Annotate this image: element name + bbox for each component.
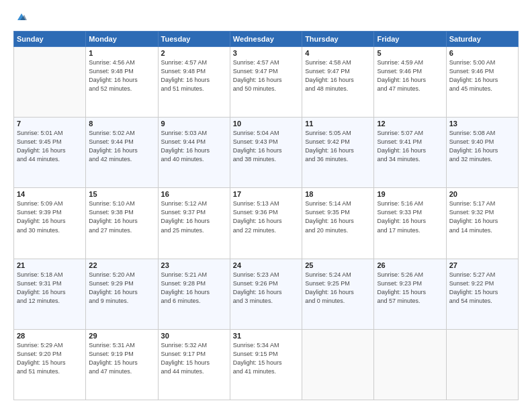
day-number: 18 (305, 190, 371, 198)
day-info: Sunrise: 5:03 AM Sunset: 9:44 PM Dayligh… (161, 129, 227, 164)
day-info: Sunrise: 5:07 AM Sunset: 9:41 PM Dayligh… (377, 129, 443, 164)
day-number: 16 (161, 190, 227, 198)
day-info: Sunrise: 5:24 AM Sunset: 9:25 PM Dayligh… (305, 271, 371, 306)
calendar-week-row: 1Sunrise: 4:56 AM Sunset: 9:48 PM Daylig… (14, 47, 519, 118)
calendar-cell: 31Sunrise: 5:34 AM Sunset: 9:15 PM Dayli… (230, 329, 302, 400)
day-number: 11 (305, 120, 371, 128)
calendar-cell (374, 329, 446, 400)
page: SundayMondayTuesdayWednesdayThursdayFrid… (0, 0, 532, 411)
day-number: 27 (449, 261, 515, 269)
calendar-cell: 21Sunrise: 5:18 AM Sunset: 9:31 PM Dayli… (14, 259, 86, 329)
day-info: Sunrise: 4:57 AM Sunset: 9:48 PM Dayligh… (161, 58, 227, 93)
day-info: Sunrise: 4:59 AM Sunset: 9:46 PM Dayligh… (377, 58, 443, 93)
day-number: 10 (233, 120, 299, 128)
day-info: Sunrise: 5:26 AM Sunset: 9:23 PM Dayligh… (377, 271, 443, 306)
day-number: 1 (89, 49, 154, 57)
day-info: Sunrise: 5:20 AM Sunset: 9:29 PM Dayligh… (89, 271, 154, 306)
day-number: 22 (89, 261, 154, 269)
calendar-day-header: Monday (86, 32, 158, 47)
day-number: 20 (449, 190, 515, 198)
day-number: 8 (89, 120, 154, 128)
calendar-day-header: Sunday (14, 32, 86, 47)
calendar-cell: 24Sunrise: 5:23 AM Sunset: 9:26 PM Dayli… (230, 259, 302, 329)
day-number: 14 (17, 190, 83, 198)
day-number: 4 (305, 49, 371, 57)
calendar-cell: 7Sunrise: 5:01 AM Sunset: 9:45 PM Daylig… (14, 118, 86, 188)
calendar-week-row: 21Sunrise: 5:18 AM Sunset: 9:31 PM Dayli… (14, 259, 519, 329)
calendar-cell: 27Sunrise: 5:27 AM Sunset: 9:22 PM Dayli… (446, 259, 518, 329)
calendar-cell: 25Sunrise: 5:24 AM Sunset: 9:25 PM Dayli… (302, 259, 374, 329)
day-info: Sunrise: 5:14 AM Sunset: 9:35 PM Dayligh… (305, 199, 371, 234)
calendar-cell: 6Sunrise: 5:00 AM Sunset: 9:46 PM Daylig… (446, 47, 518, 118)
day-info: Sunrise: 5:18 AM Sunset: 9:31 PM Dayligh… (17, 271, 83, 306)
calendar-cell: 20Sunrise: 5:17 AM Sunset: 9:32 PM Dayli… (446, 188, 518, 259)
calendar-week-row: 28Sunrise: 5:29 AM Sunset: 9:20 PM Dayli… (14, 329, 519, 400)
day-info: Sunrise: 5:23 AM Sunset: 9:26 PM Dayligh… (233, 271, 299, 306)
calendar-cell: 13Sunrise: 5:08 AM Sunset: 9:40 PM Dayli… (446, 118, 518, 188)
calendar-cell (302, 329, 374, 400)
day-number: 9 (161, 120, 227, 128)
day-info: Sunrise: 5:09 AM Sunset: 9:39 PM Dayligh… (17, 199, 83, 234)
day-info: Sunrise: 4:57 AM Sunset: 9:47 PM Dayligh… (233, 58, 299, 93)
day-number: 21 (17, 261, 83, 269)
day-info: Sunrise: 5:29 AM Sunset: 9:20 PM Dayligh… (17, 341, 83, 376)
day-number: 31 (233, 332, 299, 340)
calendar-header-row: SundayMondayTuesdayWednesdayThursdayFrid… (14, 32, 519, 47)
day-info: Sunrise: 5:31 AM Sunset: 9:19 PM Dayligh… (89, 341, 154, 376)
day-info: Sunrise: 5:05 AM Sunset: 9:42 PM Dayligh… (305, 129, 371, 164)
day-info: Sunrise: 5:16 AM Sunset: 9:33 PM Dayligh… (377, 199, 443, 234)
calendar-cell: 16Sunrise: 5:12 AM Sunset: 9:37 PM Dayli… (158, 188, 230, 259)
calendar-cell: 3Sunrise: 4:57 AM Sunset: 9:47 PM Daylig… (230, 47, 302, 118)
calendar-cell: 11Sunrise: 5:05 AM Sunset: 9:42 PM Dayli… (302, 118, 374, 188)
day-number: 7 (17, 120, 83, 128)
calendar-cell: 4Sunrise: 4:58 AM Sunset: 9:47 PM Daylig… (302, 47, 374, 118)
day-info: Sunrise: 4:58 AM Sunset: 9:47 PM Dayligh… (305, 58, 371, 93)
calendar-cell: 12Sunrise: 5:07 AM Sunset: 9:41 PM Dayli… (374, 118, 446, 188)
day-info: Sunrise: 5:32 AM Sunset: 9:17 PM Dayligh… (161, 341, 227, 376)
logo-icon (15, 11, 28, 24)
day-number: 6 (449, 49, 515, 57)
day-info: Sunrise: 5:17 AM Sunset: 9:32 PM Dayligh… (449, 199, 515, 234)
calendar-cell: 29Sunrise: 5:31 AM Sunset: 9:19 PM Dayli… (86, 329, 158, 400)
calendar-cell (14, 47, 86, 118)
day-info: Sunrise: 5:02 AM Sunset: 9:44 PM Dayligh… (89, 129, 154, 164)
calendar-cell: 2Sunrise: 4:57 AM Sunset: 9:48 PM Daylig… (158, 47, 230, 118)
calendar-cell: 10Sunrise: 5:04 AM Sunset: 9:43 PM Dayli… (230, 118, 302, 188)
day-info: Sunrise: 5:12 AM Sunset: 9:37 PM Dayligh… (161, 199, 227, 234)
calendar-week-row: 14Sunrise: 5:09 AM Sunset: 9:39 PM Dayli… (14, 188, 519, 259)
calendar-day-header: Wednesday (230, 32, 302, 47)
day-number: 15 (89, 190, 154, 198)
calendar-cell: 19Sunrise: 5:16 AM Sunset: 9:33 PM Dayli… (374, 188, 446, 259)
logo (13, 11, 28, 24)
day-info: Sunrise: 5:01 AM Sunset: 9:45 PM Dayligh… (17, 129, 83, 164)
day-number: 17 (233, 190, 299, 198)
day-info: Sunrise: 5:27 AM Sunset: 9:22 PM Dayligh… (449, 271, 515, 306)
calendar-cell: 28Sunrise: 5:29 AM Sunset: 9:20 PM Dayli… (14, 329, 86, 400)
day-number: 26 (377, 261, 443, 269)
day-number: 5 (377, 49, 443, 57)
calendar-cell: 30Sunrise: 5:32 AM Sunset: 9:17 PM Dayli… (158, 329, 230, 400)
day-number: 25 (305, 261, 371, 269)
day-number: 12 (377, 120, 443, 128)
day-number: 19 (377, 190, 443, 198)
day-info: Sunrise: 5:34 AM Sunset: 9:15 PM Dayligh… (233, 341, 299, 376)
day-info: Sunrise: 5:10 AM Sunset: 9:38 PM Dayligh… (89, 199, 154, 234)
day-info: Sunrise: 5:00 AM Sunset: 9:46 PM Dayligh… (449, 58, 515, 93)
calendar-cell: 26Sunrise: 5:26 AM Sunset: 9:23 PM Dayli… (374, 259, 446, 329)
calendar-cell: 5Sunrise: 4:59 AM Sunset: 9:46 PM Daylig… (374, 47, 446, 118)
day-info: Sunrise: 5:08 AM Sunset: 9:40 PM Dayligh… (449, 129, 515, 164)
day-info: Sunrise: 4:56 AM Sunset: 9:48 PM Dayligh… (89, 58, 154, 93)
day-number: 29 (89, 332, 154, 340)
calendar-cell: 14Sunrise: 5:09 AM Sunset: 9:39 PM Dayli… (14, 188, 86, 259)
calendar-cell: 18Sunrise: 5:14 AM Sunset: 9:35 PM Dayli… (302, 188, 374, 259)
day-info: Sunrise: 5:04 AM Sunset: 9:43 PM Dayligh… (233, 129, 299, 164)
calendar-cell: 1Sunrise: 4:56 AM Sunset: 9:48 PM Daylig… (86, 47, 158, 118)
calendar-cell: 15Sunrise: 5:10 AM Sunset: 9:38 PM Dayli… (86, 188, 158, 259)
calendar-week-row: 7Sunrise: 5:01 AM Sunset: 9:45 PM Daylig… (14, 118, 519, 188)
calendar-cell: 8Sunrise: 5:02 AM Sunset: 9:44 PM Daylig… (86, 118, 158, 188)
calendar-table: SundayMondayTuesdayWednesdayThursdayFrid… (13, 31, 519, 400)
calendar-day-header: Saturday (446, 32, 518, 47)
day-number: 24 (233, 261, 299, 269)
calendar-cell: 17Sunrise: 5:13 AM Sunset: 9:36 PM Dayli… (230, 188, 302, 259)
day-number: 3 (233, 49, 299, 57)
